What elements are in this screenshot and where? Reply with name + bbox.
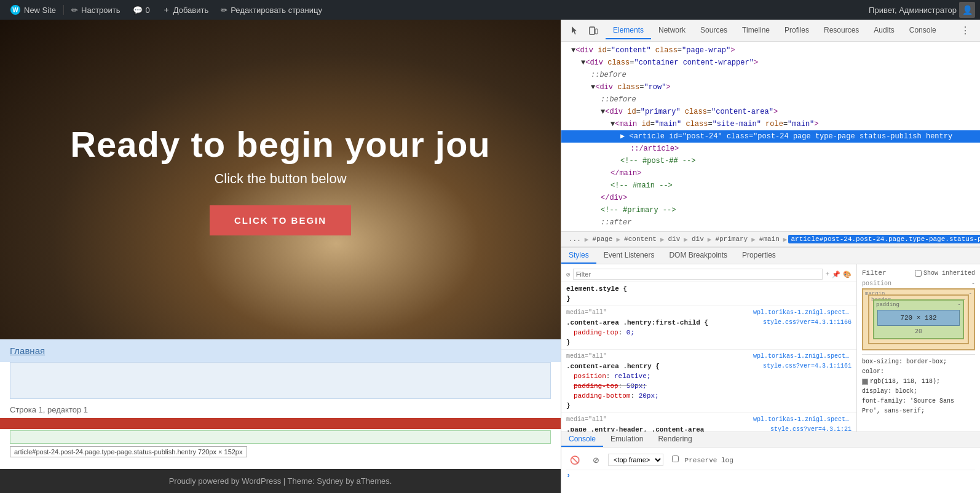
dom-pseudo-before2[interactable]: ::before [561,93,980,106]
dom-main-close[interactable]: </main> [561,167,980,179]
tab-resources[interactable]: Resources [816,22,866,39]
bc-content[interactable]: #content [622,235,659,243]
dom-line[interactable]: ▼<main id="main" class="site-main" role=… [561,118,980,130]
tab-audits[interactable]: Audits [866,22,901,39]
console-filter-btn[interactable]: ⊘ [587,451,604,468]
dom-comment3[interactable]: <!-- #primary --> [561,204,980,216]
greeting: Привет, Администратор [869,6,957,15]
clear-console-btn[interactable]: 🚫 [566,451,583,468]
edit-item[interactable]: ✏ Редактировать страницу [216,0,327,20]
customize-label: Настроить [81,6,121,15]
dom-comment2[interactable]: <!-- #main --> [561,179,980,192]
tab-rendering[interactable]: Rendering [650,432,699,447]
style-rule-1: media="all" wpl.torikas-1.znigl.spectrum… [561,306,856,350]
styles-content: ⊘ + 📌 🎨 element.style { } medi [561,264,980,432]
style-close2: } [566,401,852,411]
tab-profiles[interactable]: Profiles [777,22,816,39]
tab-console-bottom[interactable]: Console [561,432,603,447]
bc-main[interactable]: #main [757,235,782,243]
comments-item[interactable]: 💬 0 [128,0,155,20]
style-prop-pt: padding-top: 50px; [566,381,852,391]
tab-dom-breakpoints[interactable]: DOM Breakpoints [662,248,735,264]
dom-tree[interactable]: ▼<div id="content" class="page-wrap"> ▼<… [561,42,980,231]
website-panel: Ready to begin your jou Click the button… [0,20,561,493]
dom-line[interactable]: ▼<div class="row"> [561,81,980,93]
styles-panel: Styles Event Listeners DOM Breakpoints P… [561,247,980,432]
add-style-rule-icon[interactable]: + [825,270,829,278]
style-source2[interactable]: wpl.torikas-1.znigl.spectrum.myiino.ru/ [753,352,852,361]
comment-icon: 💬 [133,6,143,15]
site-footer: Proudly powered by WordPress | Theme: Sy… [0,469,561,493]
style-selector2: .content-area .hentry { [566,363,660,370]
tab-event-listeners[interactable]: Event Listeners [596,248,662,264]
devtools-more-btn[interactable]: ⋮ [955,25,975,37]
device-icon-btn[interactable] [585,22,602,39]
dom-div-close[interactable]: </div> [561,192,980,204]
article-badge: article#post-24.post-24.page.type-page.s… [10,446,247,457]
tab-emulation[interactable]: Emulation [603,432,650,447]
edit-label: Редактировать страницу [231,6,322,15]
inspect-icon-btn[interactable] [566,22,583,39]
tab-sources[interactable]: Sources [693,22,735,39]
customize-item[interactable]: ✏ Настроить [66,0,125,20]
svg-rect-2 [590,27,595,34]
tab-timeline[interactable]: Timeline [735,22,777,39]
dom-line[interactable]: ▼<div class="container content-wrapper"> [561,57,980,69]
dom-pseudo-before[interactable]: ::before [561,69,980,81]
style-source1[interactable]: wpl.torikas-1.znigl.spectrum.myiino.ru/ [753,308,852,318]
styles-filter-input[interactable] [573,269,823,280]
tab-properties[interactable]: Properties [735,248,783,264]
pos-label-text: position [862,280,891,287]
style-source-suffix1: style.css?ver=4.3.1:1166 [763,318,852,328]
box-size: 720 × 132 [888,314,949,321]
tab-styles[interactable]: Styles [561,248,596,264]
dom-comment1[interactable]: <!-- #post-## --> [561,155,980,167]
user-avatar[interactable]: 👤 [959,2,975,18]
add-item[interactable]: ＋ Добавить [157,0,213,20]
bc-primary[interactable]: #primary [713,235,750,243]
footer-text: Proudly powered by WordPress | Theme: Sy… [169,476,392,486]
style-media1: media="all" [566,308,607,318]
style-media2: media="all" [566,352,607,361]
tab-console[interactable]: Console [902,22,944,39]
click-to-begin-button[interactable]: CLICK TO BEGIN [210,205,351,235]
style-selector: element.style { [566,285,627,293]
devtools-topbar: Elements Network Sources Timeline Profil… [561,20,980,42]
pos-dash: - [971,280,975,287]
computed-prop: display: block; [862,387,975,396]
console-input-row: › [566,470,975,481]
content-area: Главная Строка 1, редактор 1 article#pos… [0,339,561,469]
box-border: border - padding - 720 × 132 20 [868,294,969,344]
dom-article-close[interactable]: ::/article> [561,143,980,155]
preserve-log-checkbox[interactable] [672,456,679,462]
dom-article-selected[interactable]: ▶ <article id="post-24" class="post-24 p… [561,130,980,143]
pin-icon[interactable]: 📌 [832,270,840,278]
console-input[interactable] [573,471,975,480]
bc-sep: ▶ [585,235,589,243]
box-padding-bottom: 20 [877,328,960,335]
devtools-tabs: Elements Network Sources Timeline Profil… [606,22,944,39]
bc-article[interactable]: article#post-24.post-24.page.type-page.s… [788,235,980,243]
tab-elements[interactable]: Elements [606,22,651,39]
padding-dash: - [958,302,961,308]
style-close: } [566,295,571,302]
bc-div1[interactable]: div [666,235,683,243]
bc-div2[interactable]: div [689,235,706,243]
bc-page[interactable]: #page [590,235,615,243]
style-source3[interactable]: wpl.torikas-1.znigl.spectrum.myiino.ru/ [753,415,852,425]
bc-ellipsis[interactable]: ... [566,235,583,243]
dom-pseudo-after[interactable]: ::after [561,216,980,229]
color-format-icon[interactable]: 🎨 [843,270,852,278]
admin-bar: W New Site ✏ Настроить 💬 0 ＋ Добавить ✏ … [0,0,980,20]
hero-section: Ready to begin your jou Click the button… [0,20,561,339]
dom-line[interactable]: ▼<div id="primary" class="content-area"> [561,106,980,118]
content-block [10,362,551,399]
show-inherited-checkbox[interactable] [915,270,922,277]
wp-logo-icon: W [10,4,21,15]
tab-network[interactable]: Network [651,22,693,39]
frame-selector[interactable]: <top frame> [608,454,663,466]
console-tabs: Console Emulation Rendering [561,432,980,448]
row-indicator: Строка 1, редактор 1 [0,401,561,418]
wp-logo-item[interactable]: W New Site [5,0,61,20]
dom-line[interactable]: ▼<div id="content" class="page-wrap"> [561,44,980,57]
